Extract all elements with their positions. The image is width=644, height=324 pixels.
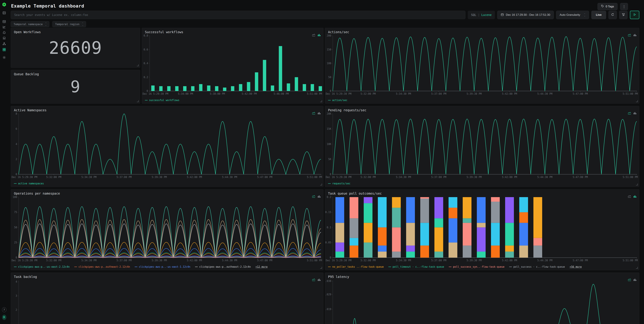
alerts-bell-icon[interactable] xyxy=(2,30,6,35)
collapse-panel-icon[interactable] xyxy=(2,11,6,15)
run-query-button[interactable] xyxy=(630,11,639,19)
svg-text:0.15: 0.15 xyxy=(325,211,331,214)
legend-label: clickpipes-aws-p..-us-east-1.12c4n xyxy=(139,265,190,268)
panel-task-backlog: Task backlog 234Dec 16 5:29:30 PM5:32:00… xyxy=(11,273,324,324)
area-chart-toggle-icon[interactable] xyxy=(628,278,631,282)
legend-more-link[interactable]: +56 more xyxy=(570,265,582,268)
svg-text:5:34:30 PM: 5:34:30 PM xyxy=(396,259,411,262)
legend-item[interactable]: clickpipes-aws-p..outheast-2.12c4n xyxy=(74,265,130,268)
svg-text:5:51:00 PM: 5:51:00 PM xyxy=(623,176,638,179)
bar-chart-toggle-icon[interactable] xyxy=(318,195,321,198)
live-button[interactable]: Live xyxy=(591,11,606,19)
filter-temporal-namespace[interactable]: Temporal namespace ⌃⌃ xyxy=(11,21,49,27)
legend-item[interactable]: active namespaces xyxy=(14,182,44,185)
bar-chart-toggle-icon[interactable] xyxy=(318,112,321,115)
help-button[interactable]: ? xyxy=(2,308,6,312)
legend-item[interactable]: action/sec xyxy=(328,99,347,102)
bar-chart-toggle-icon[interactable] xyxy=(634,195,636,198)
svg-text:5:37:00 PM: 5:37:00 PM xyxy=(431,176,446,179)
svg-text:2: 2 xyxy=(16,158,17,161)
legend-item[interactable]: requests/sec xyxy=(328,182,350,185)
svg-text:Dec 16 5:29:30 PM: Dec 16 5:29:30 PM xyxy=(326,259,352,262)
settings-gear-icon[interactable] xyxy=(2,55,6,60)
bar-chart-toggle-icon[interactable] xyxy=(634,112,636,115)
date-range-label: Dec 16 17:29:30 - Dec 16 17:51:30 xyxy=(506,13,550,16)
area-chart-toggle-icon[interactable] xyxy=(628,34,631,37)
legend-dash-icon xyxy=(14,183,16,184)
kebab-menu-button[interactable]: ⋮ xyxy=(620,3,628,10)
help-label: ? xyxy=(2,307,6,312)
page-title: Example Temporal dashboard xyxy=(11,3,84,8)
svg-text:5:47:00 PM: 5:47:00 PM xyxy=(257,176,272,179)
svg-text:4: 4 xyxy=(16,280,17,283)
monitor-icon[interactable] xyxy=(2,36,6,40)
area-chart-toggle-icon[interactable] xyxy=(312,195,315,198)
calendar-icon xyxy=(501,13,504,17)
legend-dash-icon xyxy=(388,267,391,267)
area-chart-toggle-icon[interactable] xyxy=(312,34,315,37)
legend-item[interactable]: poll_success_syn..-flow-task-queue xyxy=(449,265,504,268)
user-avatar[interactable]: D xyxy=(2,315,6,320)
panel-actions-sec: Actions/sec 050100150200Dec 16 5:29:30 P… xyxy=(325,28,639,104)
dashboards-icon[interactable] xyxy=(2,47,6,52)
metrics-icon[interactable] xyxy=(2,25,6,29)
area-chart-toggle-icon[interactable] xyxy=(312,112,315,115)
area-chart-toggle-icon[interactable] xyxy=(312,278,315,282)
svg-text:0: 0 xyxy=(330,173,331,176)
svg-text:5:51:00 PM: 5:51:00 PM xyxy=(307,259,322,262)
svg-text:5:46:00 PM: 5:46:00 PM xyxy=(274,92,289,95)
legend-more-link[interactable]: +12 more xyxy=(256,265,268,268)
svg-text:5:47:00 PM: 5:47:00 PM xyxy=(573,176,588,179)
mode-sql-label[interactable]: SQL xyxy=(471,13,476,16)
legend-dash-icon xyxy=(195,267,198,267)
mode-lucene-label[interactable]: Lucene xyxy=(481,13,492,16)
app-logo-icon[interactable] xyxy=(2,2,6,7)
tags-button[interactable]: 0 Tags xyxy=(598,3,618,10)
legend-item[interactable]: no_poller_tasks ..-flow-task-queue xyxy=(328,265,384,268)
legend-item[interactable]: successful workflows xyxy=(145,99,180,102)
panel-title: Actions/sec xyxy=(328,30,349,34)
legend-dash-icon xyxy=(449,267,452,267)
svg-text:0.1: 0.1 xyxy=(327,226,331,229)
refresh-button[interactable] xyxy=(608,11,617,19)
panel-title: Task queue poll outcomes/sec xyxy=(328,192,382,195)
svg-text:75: 75 xyxy=(14,211,17,214)
panel-title: Successful workflows xyxy=(145,30,183,34)
svg-text:5:38:00 PM: 5:38:00 PM xyxy=(210,92,225,95)
svg-text:5K: 5K xyxy=(328,158,331,161)
bar-chart-toggle-icon[interactable] xyxy=(634,34,636,37)
legend-item[interactable]: poll_success · c..-flow-task-queue xyxy=(509,265,565,268)
bar-chart-toggle-icon[interactable] xyxy=(634,278,636,282)
svg-text:5:42:00 PM: 5:42:00 PM xyxy=(187,176,202,179)
avatar-letter: D xyxy=(2,315,6,320)
legend-item[interactable]: clickpipes-aws-p..-us-east-2.12c4n xyxy=(14,265,70,268)
area-chart-toggle-icon[interactable] xyxy=(628,112,631,115)
legend-dash-icon xyxy=(145,100,148,100)
svg-text:0.2: 0.2 xyxy=(327,196,331,199)
legend-label: requests/sec xyxy=(332,182,350,185)
area-chart-toggle-icon[interactable] xyxy=(628,195,631,198)
panel-title: Pending requests/sec xyxy=(328,108,366,112)
legend-item[interactable]: clickpipes-aws-p..outheast-2.12c4n xyxy=(195,265,251,268)
bar-chart-toggle-icon[interactable] xyxy=(318,278,321,282)
svg-text:150: 150 xyxy=(327,48,331,51)
svg-text:20K: 20K xyxy=(327,112,331,115)
date-range-button[interactable]: Dec 16 17:29:30 - Dec 16 17:51:30 xyxy=(497,11,554,19)
search-input[interactable] xyxy=(11,11,466,19)
svg-text:5:32:00 PM: 5:32:00 PM xyxy=(360,176,376,179)
filter-chips: Temporal namespace ⌃⌃ Temporal region ⌃⌃ xyxy=(11,21,86,27)
legend-dash-icon xyxy=(328,267,331,267)
filter-button[interactable] xyxy=(619,11,628,19)
tables-icon[interactable] xyxy=(2,19,6,24)
services-graph-icon[interactable] xyxy=(2,41,6,46)
legend-item[interactable]: clickpipes-aws-p..-us-east-1.12c4n xyxy=(135,265,190,268)
svg-text:Dec 16 5:29:30 PM: Dec 16 5:29:30 PM xyxy=(326,176,352,179)
query-mode-toggle[interactable]: SQL | Lucene xyxy=(468,11,495,19)
filter-label: Temporal namespace xyxy=(14,23,42,26)
svg-text:50: 50 xyxy=(328,76,331,79)
bar-chart-toggle-icon[interactable] xyxy=(318,34,321,37)
filter-temporal-region[interactable]: Temporal region ⌃⌃ xyxy=(52,21,86,27)
legend-label: successful workflows xyxy=(149,99,180,102)
legend-item[interactable]: poll_timeout · c..-flow-task-queue xyxy=(388,265,444,268)
granularity-select[interactable]: Auto Granularity ⌃⌃ xyxy=(556,11,589,19)
